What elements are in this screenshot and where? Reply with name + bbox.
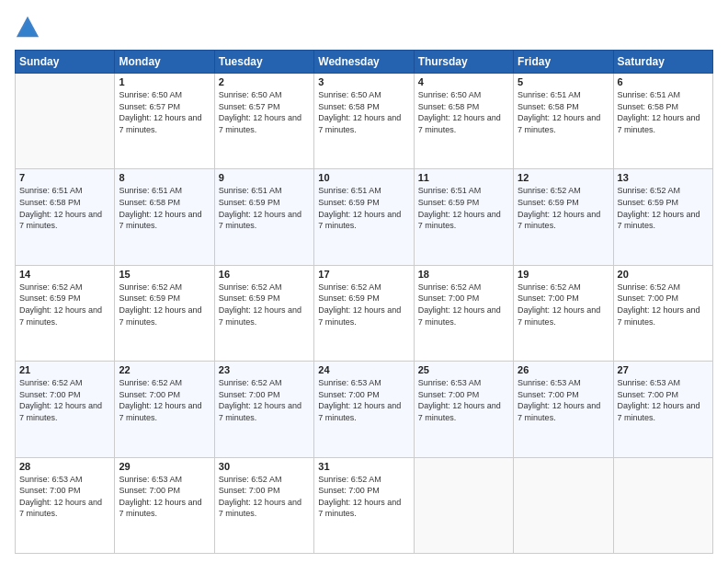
calendar-page: SundayMondayTuesdayWednesdayThursdayFrid… (0, 0, 728, 563)
day-number: 30 (219, 461, 310, 472)
day-number: 15 (119, 269, 210, 280)
calendar-week-row: 28Sunrise: 6:53 AMSunset: 7:00 PMDayligh… (16, 457, 713, 553)
day-info: Sunrise: 6:53 AMSunset: 7:00 PMDaylight:… (19, 474, 110, 520)
day-number: 24 (318, 364, 409, 375)
calendar-cell: 14Sunrise: 6:52 AMSunset: 6:59 PMDayligh… (16, 265, 115, 361)
day-number: 23 (219, 364, 310, 375)
calendar-cell: 27Sunrise: 6:53 AMSunset: 7:00 PMDayligh… (613, 362, 712, 457)
calendar-cell (414, 457, 513, 553)
calendar-week-row: 14Sunrise: 6:52 AMSunset: 6:59 PMDayligh… (16, 265, 713, 361)
day-number: 19 (518, 269, 609, 280)
day-info: Sunrise: 6:51 AMSunset: 6:59 PMDaylight:… (318, 185, 409, 231)
logo-icon (15, 15, 40, 40)
day-info: Sunrise: 6:52 AMSunset: 6:59 PMDaylight:… (219, 282, 310, 327)
day-number: 14 (19, 269, 110, 280)
day-number: 27 (618, 364, 709, 375)
calendar-cell: 23Sunrise: 6:52 AMSunset: 7:00 PMDayligh… (214, 362, 313, 457)
calendar-cell: 19Sunrise: 6:52 AMSunset: 7:00 PMDayligh… (514, 265, 613, 361)
day-info: Sunrise: 6:51 AMSunset: 6:58 PMDaylight:… (119, 185, 210, 231)
day-number: 26 (518, 364, 609, 375)
day-info: Sunrise: 6:53 AMSunset: 7:00 PMDaylight:… (618, 377, 709, 423)
day-number: 31 (318, 461, 409, 472)
day-info: Sunrise: 6:52 AMSunset: 6:59 PMDaylight:… (318, 282, 409, 327)
calendar-cell: 29Sunrise: 6:53 AMSunset: 7:00 PMDayligh… (115, 457, 214, 553)
day-number: 10 (318, 172, 409, 183)
calendar-week-row: 21Sunrise: 6:52 AMSunset: 7:00 PMDayligh… (16, 362, 713, 457)
day-info: Sunrise: 6:53 AMSunset: 7:00 PMDaylight:… (518, 377, 609, 423)
day-number: 29 (119, 461, 210, 472)
day-number: 3 (318, 76, 409, 87)
day-number: 21 (19, 364, 110, 375)
day-number: 4 (418, 76, 509, 87)
calendar-cell: 31Sunrise: 6:52 AMSunset: 7:00 PMDayligh… (314, 457, 414, 553)
calendar-cell: 24Sunrise: 6:53 AMSunset: 7:00 PMDayligh… (314, 362, 414, 457)
day-number: 13 (618, 172, 709, 183)
day-info: Sunrise: 6:52 AMSunset: 7:00 PMDaylight:… (219, 474, 310, 520)
calendar-cell: 20Sunrise: 6:52 AMSunset: 7:00 PMDayligh… (613, 265, 712, 361)
day-number: 7 (19, 172, 110, 183)
calendar-cell: 4Sunrise: 6:50 AMSunset: 6:58 PMDaylight… (414, 74, 513, 169)
day-info: Sunrise: 6:52 AMSunset: 6:59 PMDaylight:… (618, 185, 709, 231)
day-number: 20 (618, 269, 709, 280)
calendar-cell: 8Sunrise: 6:51 AMSunset: 6:58 PMDaylight… (115, 169, 214, 265)
day-info: Sunrise: 6:52 AMSunset: 7:00 PMDaylight:… (618, 282, 709, 327)
day-info: Sunrise: 6:53 AMSunset: 7:00 PMDaylight:… (418, 377, 509, 423)
calendar-cell: 9Sunrise: 6:51 AMSunset: 6:59 PMDaylight… (214, 169, 313, 265)
day-info: Sunrise: 6:50 AMSunset: 6:57 PMDaylight:… (119, 89, 210, 135)
calendar-cell: 2Sunrise: 6:50 AMSunset: 6:57 PMDaylight… (214, 74, 313, 169)
day-info: Sunrise: 6:51 AMSunset: 6:58 PMDaylight:… (618, 89, 709, 135)
day-info: Sunrise: 6:52 AMSunset: 7:00 PMDaylight:… (418, 282, 509, 327)
calendar-cell (514, 457, 613, 553)
calendar-cell: 21Sunrise: 6:52 AMSunset: 7:00 PMDayligh… (16, 362, 115, 457)
calendar-cell: 26Sunrise: 6:53 AMSunset: 7:00 PMDayligh… (514, 362, 613, 457)
weekday-header: Friday (514, 51, 613, 74)
calendar-cell: 28Sunrise: 6:53 AMSunset: 7:00 PMDayligh… (16, 457, 115, 553)
weekday-header-row: SundayMondayTuesdayWednesdayThursdayFrid… (16, 51, 713, 74)
calendar-cell: 6Sunrise: 6:51 AMSunset: 6:58 PMDaylight… (613, 74, 712, 169)
day-info: Sunrise: 6:50 AMSunset: 6:58 PMDaylight:… (318, 89, 409, 135)
calendar-cell: 13Sunrise: 6:52 AMSunset: 6:59 PMDayligh… (613, 169, 712, 265)
day-number: 5 (518, 76, 609, 87)
calendar-cell: 11Sunrise: 6:51 AMSunset: 6:59 PMDayligh… (414, 169, 513, 265)
day-info: Sunrise: 6:51 AMSunset: 6:59 PMDaylight:… (418, 185, 509, 231)
day-number: 28 (19, 461, 110, 472)
day-number: 6 (618, 76, 709, 87)
day-number: 2 (219, 76, 310, 87)
day-info: Sunrise: 6:51 AMSunset: 6:58 PMDaylight:… (19, 185, 110, 231)
calendar-week-row: 1Sunrise: 6:50 AMSunset: 6:57 PMDaylight… (16, 74, 713, 169)
day-number: 25 (418, 364, 509, 375)
day-number: 22 (119, 364, 210, 375)
calendar-cell: 10Sunrise: 6:51 AMSunset: 6:59 PMDayligh… (314, 169, 414, 265)
day-info: Sunrise: 6:52 AMSunset: 7:00 PMDaylight:… (318, 474, 409, 520)
calendar-cell: 15Sunrise: 6:52 AMSunset: 6:59 PMDayligh… (115, 265, 214, 361)
calendar-week-row: 7Sunrise: 6:51 AMSunset: 6:58 PMDaylight… (16, 169, 713, 265)
day-info: Sunrise: 6:52 AMSunset: 7:00 PMDaylight:… (518, 282, 609, 327)
day-number: 18 (418, 269, 509, 280)
calendar-cell: 30Sunrise: 6:52 AMSunset: 7:00 PMDayligh… (214, 457, 313, 553)
weekday-header: Tuesday (214, 51, 313, 74)
day-info: Sunrise: 6:53 AMSunset: 7:00 PMDaylight:… (119, 474, 210, 520)
day-number: 17 (318, 269, 409, 280)
day-number: 11 (418, 172, 509, 183)
calendar-cell: 1Sunrise: 6:50 AMSunset: 6:57 PMDaylight… (115, 74, 214, 169)
calendar-table: SundayMondayTuesdayWednesdayThursdayFrid… (15, 50, 713, 554)
calendar-cell: 22Sunrise: 6:52 AMSunset: 7:00 PMDayligh… (115, 362, 214, 457)
day-info: Sunrise: 6:51 AMSunset: 6:58 PMDaylight:… (518, 89, 609, 135)
day-number: 12 (518, 172, 609, 183)
day-number: 1 (119, 76, 210, 87)
day-info: Sunrise: 6:50 AMSunset: 6:58 PMDaylight:… (418, 89, 509, 135)
day-number: 9 (219, 172, 310, 183)
calendar-cell: 25Sunrise: 6:53 AMSunset: 7:00 PMDayligh… (414, 362, 513, 457)
day-info: Sunrise: 6:51 AMSunset: 6:59 PMDaylight:… (219, 185, 310, 231)
weekday-header: Wednesday (314, 51, 414, 74)
day-info: Sunrise: 6:50 AMSunset: 6:57 PMDaylight:… (219, 89, 310, 135)
calendar-cell: 17Sunrise: 6:52 AMSunset: 6:59 PMDayligh… (314, 265, 414, 361)
calendar-cell: 12Sunrise: 6:52 AMSunset: 6:59 PMDayligh… (514, 169, 613, 265)
calendar-cell (613, 457, 712, 553)
day-info: Sunrise: 6:53 AMSunset: 7:00 PMDaylight:… (318, 377, 409, 423)
calendar-cell: 16Sunrise: 6:52 AMSunset: 6:59 PMDayligh… (214, 265, 313, 361)
weekday-header: Monday (115, 51, 214, 74)
day-info: Sunrise: 6:52 AMSunset: 7:00 PMDaylight:… (219, 377, 310, 423)
day-info: Sunrise: 6:52 AMSunset: 6:59 PMDaylight:… (19, 282, 110, 327)
day-info: Sunrise: 6:52 AMSunset: 6:59 PMDaylight:… (518, 185, 609, 231)
